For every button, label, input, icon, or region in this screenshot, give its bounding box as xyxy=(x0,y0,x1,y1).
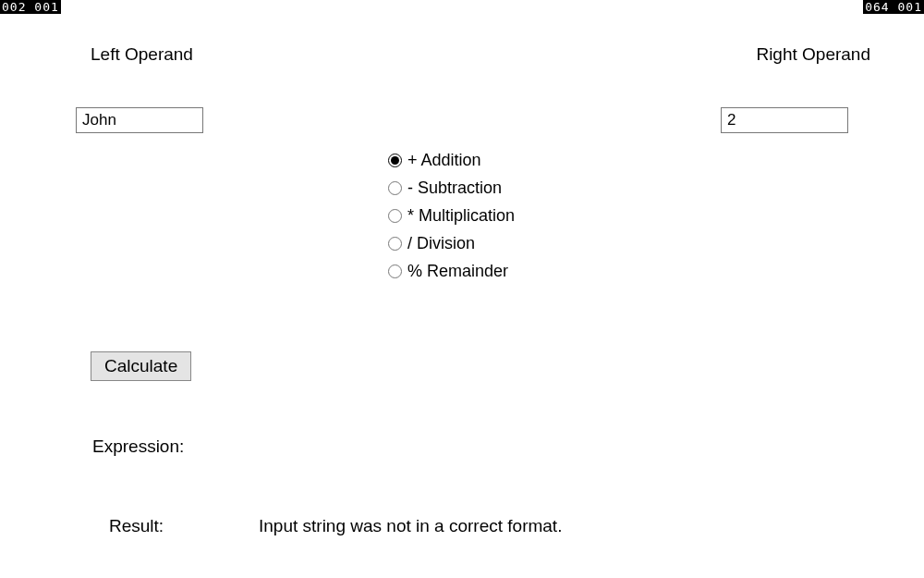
corner-tag-left: 002 001 xyxy=(0,0,61,14)
radio-multiplication-input[interactable] xyxy=(388,209,402,223)
radio-addition[interactable]: + Addition xyxy=(388,146,515,174)
result-value: Input string was not in a correct format… xyxy=(259,516,562,536)
radio-addition-input[interactable] xyxy=(388,154,402,167)
right-operand-input[interactable] xyxy=(721,107,848,133)
expression-label: Expression: xyxy=(92,437,184,457)
right-operand-label: Right Operand xyxy=(756,44,870,65)
radio-subtraction-label: - Subtraction xyxy=(407,174,502,202)
corner-tag-right: 064 001 xyxy=(863,0,924,14)
radio-multiplication[interactable]: * Multiplication xyxy=(388,202,515,229)
radio-subtraction-input[interactable] xyxy=(388,181,402,195)
radio-addition-label: + Addition xyxy=(407,146,481,174)
operation-radio-group: + Addition - Subtraction * Multiplicatio… xyxy=(388,146,515,285)
radio-subtraction[interactable]: - Subtraction xyxy=(388,174,515,202)
left-operand-input[interactable] xyxy=(76,107,203,133)
radio-multiplication-label: * Multiplication xyxy=(407,202,515,229)
result-label: Result: xyxy=(109,516,164,536)
radio-division-input[interactable] xyxy=(388,237,402,251)
left-operand-label: Left Operand xyxy=(91,44,193,65)
radio-remainder-input[interactable] xyxy=(388,264,402,278)
calculate-button[interactable]: Calculate xyxy=(91,351,191,381)
radio-division-label: / Division xyxy=(407,229,475,257)
radio-division[interactable]: / Division xyxy=(388,229,515,257)
radio-remainder[interactable]: % Remainder xyxy=(388,257,515,285)
radio-remainder-label: % Remainder xyxy=(407,257,508,285)
